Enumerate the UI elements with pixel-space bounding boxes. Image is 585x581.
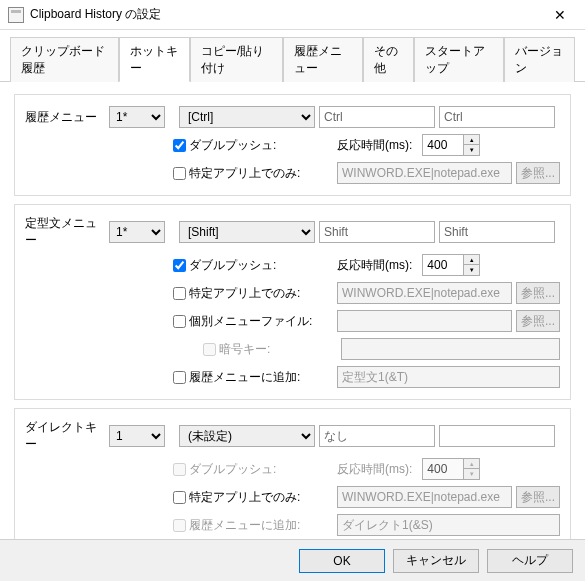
tab-clipboard-history[interactable]: クリップボード履歴 [10, 37, 119, 82]
direct-reacttime-label: 反応時間(ms): [337, 461, 412, 478]
history-onlyapp-check[interactable] [173, 167, 186, 180]
history-onlyapp-label: 特定アプリ上でのみ: [189, 165, 300, 182]
button-bar: OK キャンセル ヘルプ [0, 539, 585, 581]
direct-key1-input[interactable] [319, 425, 435, 447]
fixed-key2-input[interactable] [439, 221, 555, 243]
direct-addhist-check [173, 519, 186, 532]
tab-other[interactable]: その他 [363, 37, 414, 82]
direct-onlyapp-check[interactable] [173, 491, 186, 504]
direct-index-select[interactable]: 1 [109, 425, 165, 447]
label-fixed-menu: 定型文メニュー [25, 215, 105, 249]
tab-bar: クリップボード履歴 ホットキー コピー/貼り付け 履歴メニュー その他 スタート… [0, 30, 585, 82]
history-reacttime-input[interactable] [422, 134, 464, 156]
spinner-down-icon[interactable]: ▼ [464, 265, 479, 275]
direct-applist-input [337, 486, 512, 508]
fixed-onlyapp-check[interactable] [173, 287, 186, 300]
app-icon [8, 7, 24, 23]
fixed-addhist-label: 履歴メニューに追加: [189, 369, 300, 386]
fixed-key1-input[interactable] [319, 221, 435, 243]
fixed-onlyapp-label: 特定アプリ上でのみ: [189, 285, 300, 302]
close-button[interactable]: ✕ [539, 1, 581, 29]
direct-reacttime-input [422, 458, 464, 480]
fixed-cryptkey-label: 暗号キー: [219, 341, 270, 358]
history-key2-input[interactable] [439, 106, 555, 128]
fixed-applist-input [337, 282, 512, 304]
tab-copy-paste[interactable]: コピー/貼り付け [190, 37, 283, 82]
window-title: Clipboard History の設定 [30, 6, 539, 23]
fixed-indivmenu-input [337, 310, 512, 332]
fixed-doublepush-check[interactable] [173, 259, 186, 272]
direct-doublepush-check [173, 463, 186, 476]
spinner-up-icon[interactable]: ▲ [464, 255, 479, 265]
history-modifier-select[interactable]: [Ctrl] [179, 106, 315, 128]
fixed-reacttime-label: 反応時間(ms): [337, 257, 412, 274]
cancel-button[interactable]: キャンセル [393, 549, 479, 573]
spinner-down-icon[interactable]: ▼ [464, 145, 479, 155]
direct-key2-input[interactable] [439, 425, 555, 447]
tab-startup[interactable]: スタートアップ [414, 37, 504, 82]
spinner-up-icon: ▲ [464, 459, 479, 469]
fixed-reacttime-input[interactable] [422, 254, 464, 276]
fixed-cryptkey-input [341, 338, 560, 360]
fixed-browse-button: 参照... [516, 282, 560, 304]
fixed-indivmenu-check[interactable] [173, 315, 186, 328]
history-doublepush-check[interactable] [173, 139, 186, 152]
history-browse-button: 参照... [516, 162, 560, 184]
fixed-indivmenu-browse-button: 参照... [516, 310, 560, 332]
fixed-addhist-input [337, 366, 560, 388]
spinner-down-icon: ▼ [464, 469, 479, 479]
fixed-modifier-select[interactable]: [Shift] [179, 221, 315, 243]
label-history-menu: 履歴メニュー [25, 109, 105, 126]
history-reacttime-label: 反応時間(ms): [337, 137, 412, 154]
fixed-indivmenu-label: 個別メニューファイル: [189, 313, 312, 330]
history-index-select[interactable]: 1* [109, 106, 165, 128]
ok-button[interactable]: OK [299, 549, 385, 573]
spinner-up-icon[interactable]: ▲ [464, 135, 479, 145]
group-fixed-phrase-menu: 定型文メニュー 1* [Shift] ダブルプッシュ: 反応時間(ms): ▲▼… [14, 204, 571, 400]
fixed-index-select[interactable]: 1* [109, 221, 165, 243]
tab-history-menu[interactable]: 履歴メニュー [283, 37, 363, 82]
group-history-menu: 履歴メニュー 1* [Ctrl] ダブルプッシュ: 反応時間(ms): ▲▼ 特… [14, 94, 571, 196]
direct-addhist-input [337, 514, 560, 536]
direct-modifier-select[interactable]: (未設定) [179, 425, 315, 447]
help-button[interactable]: ヘルプ [487, 549, 573, 573]
direct-onlyapp-label: 特定アプリ上でのみ: [189, 489, 300, 506]
direct-addhist-label: 履歴メニューに追加: [189, 517, 300, 534]
fixed-cryptkey-check [203, 343, 216, 356]
history-doublepush-label: ダブルプッシュ: [189, 137, 276, 154]
label-direct-key: ダイレクトキー [25, 419, 105, 453]
history-key1-input[interactable] [319, 106, 435, 128]
direct-browse-button: 参照... [516, 486, 560, 508]
tab-version[interactable]: バージョン [504, 37, 575, 82]
history-applist-input [337, 162, 512, 184]
fixed-doublepush-label: ダブルプッシュ: [189, 257, 276, 274]
direct-doublepush-label: ダブルプッシュ: [189, 461, 276, 478]
tab-hotkey[interactable]: ホットキー [119, 37, 190, 82]
fixed-addhist-check[interactable] [173, 371, 186, 384]
